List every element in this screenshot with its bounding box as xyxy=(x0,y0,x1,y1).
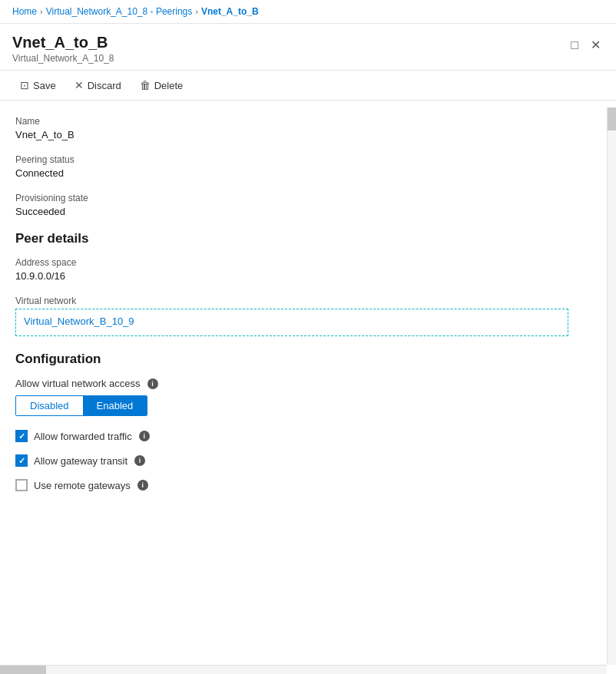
save-icon: ⊡ xyxy=(20,79,29,91)
allow-forwarded-traffic-label: Allow forwarded traffic i xyxy=(34,431,150,442)
page-title: Vnet_A_to_B xyxy=(12,33,114,51)
close-button[interactable]: ✕ xyxy=(588,36,604,55)
peering-status-label: Peering status xyxy=(15,154,601,165)
virtual-network-input[interactable]: Virtual_Network_B_10_9 xyxy=(15,309,568,336)
save-button[interactable]: ⊡ Save xyxy=(12,75,64,95)
breadcrumb: Home › Virtual_Network_A_10_8 - Peerings… xyxy=(0,0,616,24)
name-field-group: Name Vnet_A_to_B xyxy=(15,116,601,140)
main-scrollbar[interactable] xyxy=(607,107,616,665)
allow-gateway-transit-row: Allow gateway transit i xyxy=(15,454,601,467)
breadcrumb-home[interactable]: Home xyxy=(12,6,37,17)
page-subtitle: Virtual_Network_A_10_8 xyxy=(12,53,114,64)
peering-status-field-group: Peering status Connected xyxy=(15,154,601,179)
provisioning-state-label: Provisioning state xyxy=(15,193,601,203)
virtual-network-link[interactable]: Virtual_Network_B_10_9 xyxy=(24,316,134,327)
allow-vnet-access-info-icon[interactable]: i xyxy=(147,378,158,389)
configuration-heading: Configuration xyxy=(15,352,601,367)
virtual-network-field-group: Virtual network Virtual_Network_B_10_9 xyxy=(15,296,601,336)
allow-gateway-transit-checkbox[interactable] xyxy=(15,454,28,467)
disabled-button[interactable]: Disabled xyxy=(16,396,83,415)
use-remote-gateways-row: Use remote gateways i xyxy=(15,479,601,491)
header-actions: □ ✕ xyxy=(568,36,604,55)
bottom-scrollbar-thumb[interactable] xyxy=(0,666,46,674)
configuration-section: Configuration Allow virtual network acce… xyxy=(15,352,601,491)
allow-forwarded-traffic-checkbox[interactable] xyxy=(15,430,28,442)
peer-details-section: Peer details Address space 10.9.0.0/16 V… xyxy=(15,231,601,336)
allow-gateway-transit-info-icon[interactable]: i xyxy=(134,455,145,466)
delete-button[interactable]: 🗑 Delete xyxy=(132,75,191,95)
bottom-scrollbar[interactable] xyxy=(0,665,607,674)
provisioning-state-field-group: Provisioning state Succeeded xyxy=(15,193,601,217)
main-content: Name Vnet_A_to_B Peering status Connecte… xyxy=(0,101,616,667)
discard-button[interactable]: ✕ Discard xyxy=(67,75,129,95)
toggle-group-vnet-access: Disabled Enabled xyxy=(15,395,147,416)
allow-forwarded-traffic-row: Allow forwarded traffic i xyxy=(15,430,601,442)
provisioning-state-value: Succeeded xyxy=(15,206,601,217)
scrollbar-thumb[interactable] xyxy=(608,107,616,131)
toolbar: ⊡ Save ✕ Discard 🗑 Delete xyxy=(0,71,616,101)
address-space-field-group: Address space 10.9.0.0/16 xyxy=(15,257,601,282)
peering-status-value: Connected xyxy=(15,167,601,179)
address-space-value: 10.9.0.0/16 xyxy=(15,270,601,282)
peer-details-heading: Peer details xyxy=(15,231,601,246)
virtual-network-label: Virtual network xyxy=(15,296,601,306)
page-header: Vnet_A_to_B Virtual_Network_A_10_8 □ ✕ xyxy=(0,24,616,71)
discard-icon: ✕ xyxy=(75,79,84,91)
breadcrumb-sep-1: › xyxy=(40,7,43,16)
enabled-button[interactable]: Enabled xyxy=(83,396,147,415)
address-space-label: Address space xyxy=(15,257,601,268)
allow-vnet-access-label: Allow virtual network access xyxy=(15,378,141,389)
allow-forwarded-traffic-info-icon[interactable]: i xyxy=(139,431,150,441)
use-remote-gateways-label: Use remote gateways i xyxy=(34,480,148,491)
delete-icon: 🗑 xyxy=(140,79,151,91)
name-value: Vnet_A_to_B xyxy=(15,129,601,140)
use-remote-gateways-info-icon[interactable]: i xyxy=(137,480,148,491)
breadcrumb-sep-2: › xyxy=(195,7,198,16)
allow-gateway-transit-label: Allow gateway transit i xyxy=(34,455,145,467)
use-remote-gateways-checkbox[interactable] xyxy=(15,479,28,491)
header-left: Vnet_A_to_B Virtual_Network_A_10_8 xyxy=(12,33,114,64)
name-label: Name xyxy=(15,116,601,127)
breadcrumb-parent[interactable]: Virtual_Network_A_10_8 - Peerings xyxy=(46,6,193,17)
breadcrumb-current: Vnet_A_to_B xyxy=(201,6,259,17)
maximize-button[interactable]: □ xyxy=(568,36,581,55)
allow-vnet-access-row: Allow virtual network access i xyxy=(15,378,601,389)
